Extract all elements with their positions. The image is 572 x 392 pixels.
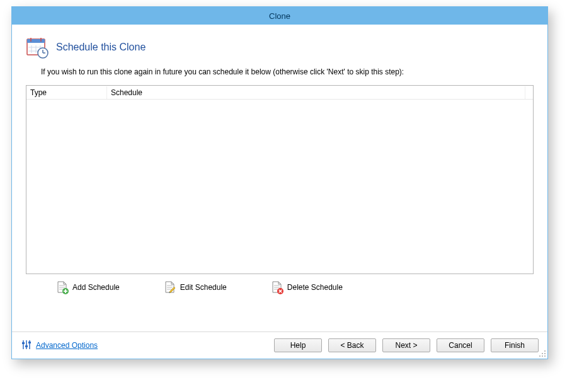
- advanced-options-link[interactable]: Advanced Options: [21, 339, 98, 352]
- sliders-icon: [21, 339, 32, 352]
- svg-point-33: [544, 350, 546, 352]
- document-edit-icon: [164, 280, 176, 294]
- footer-buttons: Help < Back Next > Cancel Finish: [274, 338, 539, 352]
- column-schedule[interactable]: Schedule: [107, 86, 525, 99]
- edit-schedule-button[interactable]: Edit Schedule: [164, 280, 227, 294]
- add-schedule-button[interactable]: Add Schedule: [56, 280, 120, 294]
- page-title: Schedule this Clone: [56, 42, 146, 53]
- svg-point-37: [542, 355, 543, 357]
- svg-rect-28: [22, 342, 25, 344]
- finish-button[interactable]: Finish: [491, 338, 539, 352]
- advanced-options-label: Advanced Options: [36, 341, 98, 350]
- edit-schedule-label: Edit Schedule: [180, 283, 227, 292]
- resize-grip[interactable]: [539, 350, 546, 357]
- svg-point-38: [544, 355, 546, 357]
- calendar-clock-icon: [26, 36, 49, 59]
- add-schedule-label: Add Schedule: [72, 283, 120, 292]
- svg-rect-30: [25, 345, 28, 347]
- delete-schedule-label: Delete Schedule: [287, 283, 343, 292]
- document-delete-icon: [271, 280, 283, 294]
- help-button[interactable]: Help: [274, 338, 322, 352]
- next-button[interactable]: Next >: [382, 338, 430, 352]
- schedule-actions: Add Schedule Edit: [56, 280, 534, 294]
- table-header: Type Schedule: [26, 86, 533, 100]
- window-title: Clone: [269, 11, 290, 21]
- dialog-window: Clone: [11, 6, 548, 359]
- header: Schedule this Clone: [26, 36, 534, 59]
- intro-text: If you wish to run this clone again in f…: [41, 67, 534, 76]
- svg-rect-32: [28, 342, 31, 343]
- cancel-button[interactable]: Cancel: [437, 338, 484, 352]
- column-spacer: [525, 91, 533, 95]
- schedule-table[interactable]: Type Schedule: [26, 85, 534, 274]
- back-button[interactable]: < Back: [328, 338, 376, 352]
- column-type[interactable]: Type: [26, 86, 107, 99]
- svg-point-35: [544, 353, 546, 354]
- footer: Advanced Options Help < Back Next > Canc…: [12, 331, 547, 359]
- svg-point-36: [539, 355, 541, 357]
- svg-rect-1: [27, 39, 45, 43]
- content-area: Schedule this Clone If you wish to run t…: [12, 25, 547, 331]
- titlebar: Clone: [12, 7, 547, 25]
- document-add-icon: [56, 280, 69, 294]
- svg-point-34: [542, 353, 543, 354]
- table-body[interactable]: [26, 100, 533, 274]
- delete-schedule-button[interactable]: Delete Schedule: [271, 280, 343, 294]
